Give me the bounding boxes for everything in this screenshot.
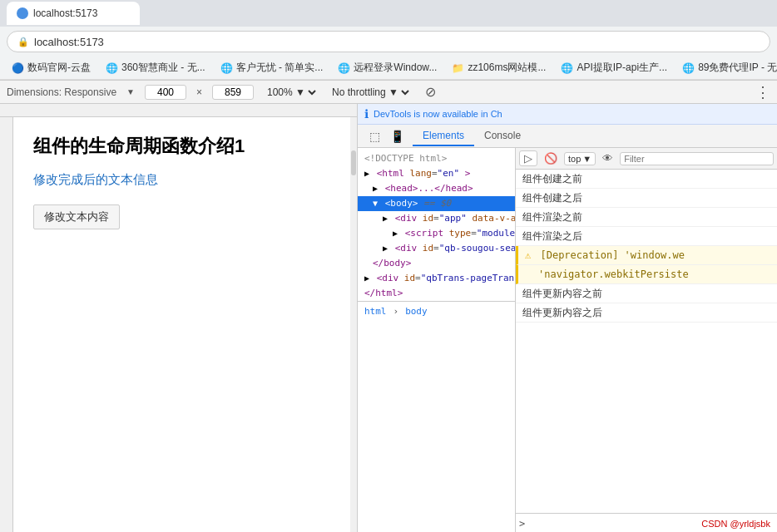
zoom-select[interactable]: 100% ▼ bbox=[264, 86, 319, 99]
dimensions-label: Dimensions: Responsive bbox=[7, 86, 116, 98]
bookmark-bar: 🔵 数码官网-云盘 🌐 360智慧商业 - 无... 🌐 客户无忧 - 简单实.… bbox=[0, 57, 777, 80]
elements-panel: <!DOCTYPE html> ▶ <html lang="en" > ▶ <h… bbox=[358, 148, 516, 532]
filter-input[interactable] bbox=[620, 152, 774, 165]
bookmark-0[interactable]: 🔵 数码官网-云盘 bbox=[7, 59, 96, 76]
html-node-div-trans[interactable]: ▶ <div id="qbTrans-pageTran bbox=[358, 271, 515, 286]
expand-div-app[interactable]: ▶ bbox=[383, 214, 388, 223]
bookmark-label-3: 远程登录Window... bbox=[354, 61, 437, 75]
expand-script[interactable]: ▶ bbox=[393, 229, 398, 238]
clear-console-btn[interactable]: 🚫 bbox=[541, 150, 561, 166]
bookmark-4[interactable]: 📁 zz106ms网站模... bbox=[447, 59, 551, 76]
dimension-separator: × bbox=[196, 86, 202, 98]
bookmark-6[interactable]: 🌐 89免费代理IP - 无... bbox=[677, 59, 777, 76]
bookmark-icon-5: 🌐 bbox=[561, 62, 573, 74]
html-node-html[interactable]: ▶ <html lang="en" > bbox=[358, 166, 515, 181]
eye-btn[interactable]: 👁 bbox=[599, 150, 616, 166]
div-qb-id-val: "qb-sougou-sear bbox=[439, 243, 516, 254]
address-bar[interactable]: 🔒 localhost:5173 bbox=[7, 31, 770, 52]
breadcrumb-html[interactable]: html bbox=[364, 306, 387, 317]
bookmark-5[interactable]: 🌐 API提取IP-api生产... bbox=[556, 59, 672, 76]
csdn-watermark: CSDN @yrldjsbk bbox=[701, 519, 770, 529]
vertical-ruler bbox=[0, 117, 13, 532]
breadcrumb-body[interactable]: body bbox=[405, 306, 428, 317]
body-close-tag: </body> bbox=[373, 258, 411, 268]
lock-icon: 🔒 bbox=[17, 37, 29, 47]
html-node-doctype[interactable]: <!DOCTYPE html> bbox=[358, 151, 515, 166]
expand-head[interactable]: ▶ bbox=[373, 184, 378, 193]
info-icon: ℹ bbox=[364, 107, 369, 121]
page-subtitle: 修改完成后的文本信息 bbox=[33, 172, 337, 188]
bookmark-label-5: API提取IP-api生产... bbox=[577, 61, 667, 75]
width-input[interactable] bbox=[145, 85, 186, 100]
console-msg-6: 组件更新内容之后 bbox=[516, 303, 777, 323]
console-msg-0: 组件创建之前 bbox=[516, 170, 777, 189]
bookmark-icon-4: 📁 bbox=[452, 62, 464, 74]
bookmark-label-1: 360智慧商业 - 无... bbox=[121, 61, 205, 75]
html-node-div-qb[interactable]: ▶ <div id="qb-sougou-sear bbox=[358, 241, 515, 256]
dollar-sign: == $0 bbox=[423, 198, 451, 209]
div-data-attr: data-v-app bbox=[472, 213, 516, 224]
scroll-thumb[interactable] bbox=[351, 150, 356, 175]
console-msg-4-detail: 'navigator.webkitPersiste bbox=[516, 265, 777, 284]
bookmark-2[interactable]: 🌐 客户无忧 - 简单实... bbox=[215, 59, 329, 76]
expand-div-trans[interactable]: ▶ bbox=[364, 273, 369, 283]
console-msg-4-warning: ⚠ [Deprecation] 'window.we bbox=[516, 246, 777, 265]
top-dropdown[interactable]: top ▼ bbox=[564, 152, 596, 165]
bookmark-label-4: zz106ms网站模... bbox=[468, 61, 546, 75]
notification-bar: ℹ DevTools is now available in Ch bbox=[358, 104, 777, 125]
html-lang-val: "en" bbox=[438, 168, 460, 179]
bookmark-3[interactable]: 🌐 远程登录Window... bbox=[333, 59, 442, 76]
html-tag: <html bbox=[377, 168, 404, 179]
tab-bar: localhost:5173 bbox=[0, 0, 777, 27]
doctype-text: <!DOCTYPE html> bbox=[364, 153, 447, 164]
bookmark-1[interactable]: 🌐 360智慧商业 - 无... bbox=[101, 59, 210, 76]
div-qb-tag: <div bbox=[395, 243, 418, 254]
bookmark-label-6: 89免费代理IP - 无... bbox=[698, 61, 777, 75]
cursor-icon[interactable]: ⬚ bbox=[368, 128, 382, 145]
active-tab[interactable]: localhost:5173 bbox=[7, 2, 140, 25]
viewport-panel: 组件的生命周期函数介绍1 修改完成后的文本信息 修改文本内容 bbox=[0, 104, 358, 532]
throttle-select[interactable]: No throttling ▼ bbox=[329, 86, 412, 99]
url-text: localhost:5173 bbox=[34, 36, 104, 48]
scroll-indicator bbox=[350, 117, 357, 532]
console-msg-1: 组件创建之后 bbox=[516, 189, 777, 208]
script-type-val: "module" bbox=[477, 228, 516, 239]
dropdown-arrow-icon: ▼ bbox=[126, 87, 135, 96]
elements-breadcrumb: html › body bbox=[358, 301, 515, 321]
div-app-tag: <div bbox=[395, 213, 418, 224]
html-node-html-close[interactable]: </html> bbox=[358, 286, 515, 301]
tab-console-label: Console bbox=[484, 130, 521, 141]
bookmark-label-0: 数码官网-云盘 bbox=[27, 61, 91, 75]
modify-text-button[interactable]: 修改文本内容 bbox=[33, 204, 120, 229]
console-messages: 组件创建之前 组件创建之后 组件渲染之前 组件渲染之后 ⚠ [Deprecati… bbox=[516, 170, 777, 513]
html-node-div-app[interactable]: ▶ <div id="app" data-v-app bbox=[358, 211, 515, 226]
bookmark-label-2: 客户无忧 - 简单实... bbox=[236, 61, 324, 75]
bookmark-icon-3: 🌐 bbox=[338, 62, 350, 74]
html-node-body-close[interactable]: </body> bbox=[358, 256, 515, 271]
devtools-toolbar: Dimensions: Responsive ▼ × 100% ▼ No thr… bbox=[0, 81, 777, 104]
html-close-tag: </html> bbox=[364, 288, 403, 298]
expand-body[interactable]: ▼ bbox=[373, 199, 378, 208]
warning-icon: ⚠ bbox=[525, 249, 531, 261]
disable-cache-btn[interactable]: ⊘ bbox=[422, 82, 439, 101]
bookmark-icon-2: 🌐 bbox=[220, 62, 233, 74]
more-options-btn[interactable]: ⋮ bbox=[755, 83, 770, 101]
tab-elements[interactable]: Elements bbox=[413, 126, 474, 146]
devtools-icons-left: ⬚ 📱 bbox=[361, 128, 413, 145]
execute-btn[interactable]: ▷ bbox=[519, 150, 537, 166]
html-node-script[interactable]: ▶ <script type="module" s bbox=[358, 226, 515, 241]
horizontal-ruler bbox=[0, 104, 357, 117]
height-input[interactable] bbox=[212, 85, 254, 100]
devtools-tabs: ⬚ 📱 Elements Console bbox=[358, 125, 777, 148]
device-icon[interactable]: 📱 bbox=[388, 128, 406, 145]
main-layout: 组件的生命周期函数介绍1 修改完成后的文本信息 修改文本内容 ℹ DevTool… bbox=[0, 104, 777, 532]
script-tag: <script bbox=[405, 228, 443, 239]
expand-div-qb[interactable]: ▶ bbox=[383, 244, 388, 253]
div-trans-id-val: "qbTrans-pageTran bbox=[421, 273, 515, 283]
html-node-body[interactable]: ▼ <body> == $0 bbox=[358, 196, 515, 211]
tab-console[interactable]: Console bbox=[474, 126, 531, 146]
div-qb-id-attr: id bbox=[423, 243, 433, 254]
expand-html[interactable]: ▶ bbox=[364, 169, 369, 178]
html-node-head[interactable]: ▶ <head>...</head> bbox=[358, 181, 515, 196]
console-msg-3: 组件渲染之后 bbox=[516, 227, 777, 246]
